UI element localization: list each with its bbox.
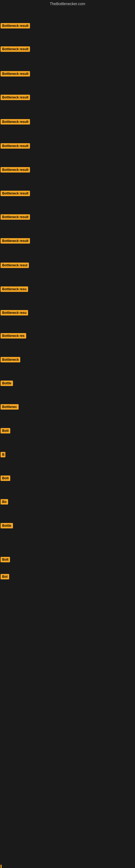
bottleneck-badge-13: Bottleneck resu <box>1 310 28 315</box>
badges-container: Bottleneck resultBottleneck resultBottle… <box>0 8 135 868</box>
bottleneck-badge-14: Bottleneck res <box>1 333 26 339</box>
bottleneck-badge-12: Bottleneck resu <box>1 286 28 292</box>
bottleneck-badge-6: Bottleneck result <box>1 143 30 149</box>
site-title: TheBottlenecker.com <box>0 0 135 8</box>
bottom-marker <box>1 865 2 868</box>
bottleneck-badge-24: Bot <box>1 574 9 579</box>
bottleneck-badge-23: Bolt <box>1 557 10 562</box>
bottleneck-badge-10: Bottleneck result <box>1 238 30 244</box>
bottleneck-badge-17: Bottlenec <box>1 404 18 410</box>
page-wrapper: TheBottlenecker.com Bottleneck resultBot… <box>0 0 135 868</box>
bottleneck-badge-7: Bottleneck result <box>1 167 30 173</box>
bottleneck-badge-18: Bott <box>1 428 10 433</box>
bottleneck-badge-20: Bott <box>1 475 10 481</box>
bottleneck-badge-1: Bottleneck result <box>1 23 30 29</box>
bottleneck-badge-22: Bottle <box>1 523 13 528</box>
bottleneck-badge-4: Bottleneck result <box>1 95 30 100</box>
bottleneck-badge-21: Bo <box>1 499 8 504</box>
bottleneck-badge-16: Bottle <box>1 380 13 386</box>
bottleneck-badge-11: Bottleneck resul <box>1 262 29 268</box>
bottleneck-badge-15: Bottleneck <box>1 357 20 362</box>
bottleneck-badge-8: Bottleneck result <box>1 191 30 196</box>
bottleneck-badge-5: Bottleneck result <box>1 119 30 124</box>
bottleneck-badge-9: Bottleneck result <box>1 214 30 220</box>
bottleneck-badge-2: Bottleneck result <box>1 46 30 52</box>
bottleneck-badge-3: Bottleneck result <box>1 71 30 76</box>
bottleneck-badge-19: B <box>1 452 5 457</box>
